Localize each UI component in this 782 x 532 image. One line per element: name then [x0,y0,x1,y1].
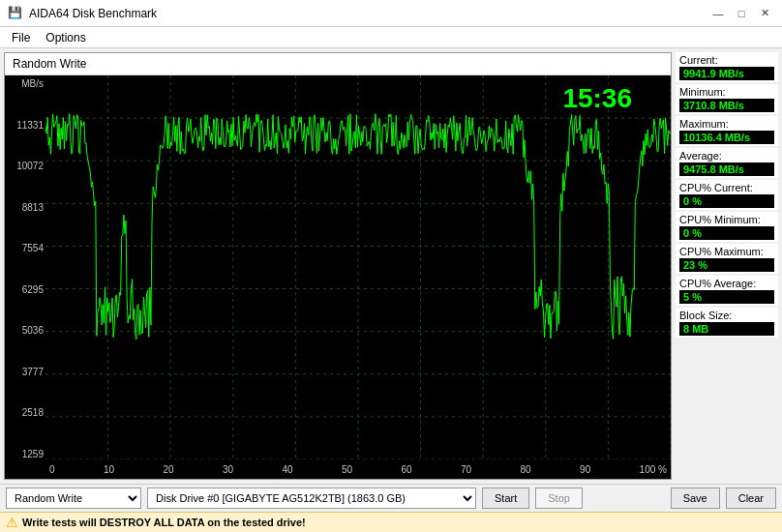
title-bar-left: 💾 AIDA64 Disk Benchmark [8,6,157,21]
chart-section: Random Write MB/s 11331 10072 8813 7554 … [4,52,672,480]
stat-cpu-minimum: CPU% Minimum: 0 % [676,212,778,242]
x-label-80: 80 [521,464,531,475]
disk-dropdown[interactable]: Disk Drive #0 [GIGABYTE AG512K2TB] (1863… [147,488,476,509]
y-label-6295: 6295 [7,285,44,295]
current-value: 9941.9 MB/s [679,67,774,80]
y-label-mbps: MB/s [7,79,44,89]
x-label-30: 30 [223,464,233,475]
minimum-label: Minimum: [676,84,778,98]
maximize-button[interactable]: □ [732,4,751,23]
warning-text: Write tests will DESTROY ALL DATA on the… [22,517,306,528]
y-label-5036: 5036 [7,326,44,336]
stat-minimum: Minimum: 3710.8 MB/s [676,84,778,114]
x-label-70: 70 [461,464,471,475]
window-controls: — □ ✕ [708,4,774,23]
cpu-current-label: CPU% Current: [676,180,778,193]
current-label: Current: [676,52,778,66]
clear-button[interactable]: Clear [726,488,776,509]
cpu-average-label: CPU% Average: [676,276,778,289]
y-axis-labels: MB/s 11331 10072 8813 7554 6295 5036 377… [5,75,45,459]
x-label-90: 90 [580,464,590,475]
stat-average: Average: 9475.8 MB/s [676,148,778,178]
right-buttons: Save Clear [671,488,776,509]
start-button[interactable]: Start [482,488,529,509]
cpu-average-value: 5 % [679,290,774,304]
minimize-button[interactable]: — [708,4,728,23]
save-button[interactable]: Save [671,488,720,509]
average-label: Average: [676,148,778,162]
x-label-0: 0 [49,464,55,475]
stat-maximum: Maximum: 10136.4 MB/s [676,116,778,146]
stat-blocksize: Block Size: 8 MB [676,308,778,338]
disk-chart-canvas [45,75,671,459]
app-icon: 💾 [8,6,23,21]
warning-row: ⚠ Write tests will DESTROY ALL DATA on t… [0,512,782,532]
cpu-minimum-value: 0 % [679,226,774,240]
maximum-value: 10136.4 MB/s [679,131,774,144]
title-bar: 💾 AIDA64 Disk Benchmark — □ ✕ [0,0,782,27]
options-menu[interactable]: Options [38,29,93,45]
x-label-50: 50 [342,464,352,475]
y-label-2518: 2518 [7,408,44,418]
chart-timestamp: 15:36 [562,83,632,114]
close-button[interactable]: ✕ [755,4,774,23]
stat-cpu-maximum: CPU% Maximum: 23 % [676,244,778,274]
stat-current: Current: 9941.9 MB/s [676,52,778,82]
controls-row: Random Write Linear Read Random Read Lin… [0,485,782,512]
file-menu[interactable]: File [4,29,38,45]
bottom-bar: Random Write Linear Read Random Read Lin… [0,484,782,532]
stats-panel: Current: 9941.9 MB/s Minimum: 3710.8 MB/… [676,48,782,484]
chart-plot [45,75,671,459]
cpu-maximum-label: CPU% Maximum: [676,244,778,257]
y-label-3777: 3777 [7,368,44,377]
x-label-40: 40 [283,464,293,475]
x-axis-labels: 0 10 20 30 40 50 60 70 80 90 100 % [45,459,671,479]
y-label-10072: 10072 [7,162,44,171]
y-label-7554: 7554 [7,244,44,253]
cpu-current-value: 0 % [679,194,774,208]
blocksize-value: 8 MB [679,322,774,336]
cpu-maximum-value: 23 % [679,258,774,272]
menu-bar: File Options [0,27,782,48]
cpu-minimum-label: CPU% Minimum: [676,212,778,225]
average-value: 9475.8 MB/s [679,163,774,176]
y-label-1259: 1259 [7,450,44,459]
content-area: Random Write MB/s 11331 10072 8813 7554 … [0,48,782,484]
y-label-8813: 8813 [7,203,44,213]
chart-container: MB/s 11331 10072 8813 7554 6295 5036 377… [5,75,671,479]
x-label-20: 20 [163,464,173,475]
stat-cpu-average: CPU% Average: 5 % [676,276,778,306]
chart-title: Random Write [5,53,671,75]
warning-icon: ⚠ [6,515,18,530]
x-label-10: 10 [104,464,114,475]
blocksize-label: Block Size: [676,308,778,321]
maximum-label: Maximum: [676,116,778,130]
stop-button[interactable]: Stop [535,488,583,509]
stat-cpu-current: CPU% Current: 0 % [676,180,778,210]
x-label-60: 60 [402,464,412,475]
minimum-value: 3710.8 MB/s [679,99,774,112]
y-label-11331: 11331 [7,121,44,131]
test-type-dropdown[interactable]: Random Write Linear Read Random Read Lin… [6,488,141,509]
x-label-100: 100 % [640,464,667,475]
app-title: AIDA64 Disk Benchmark [29,7,157,20]
